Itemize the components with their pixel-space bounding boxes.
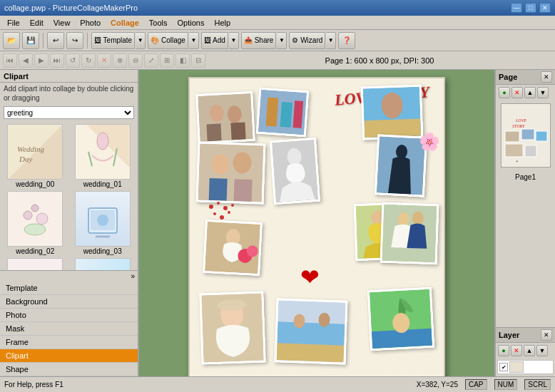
clipart-thumb-5 [75, 258, 131, 270]
collage-arrow[interactable]: ▼ [189, 32, 199, 49]
clipart-item[interactable]: wedding_02 [3, 191, 68, 255]
maximize-button[interactable]: □ [525, 3, 536, 13]
align-left-button[interactable]: ◧ [175, 53, 190, 68]
template-button[interactable]: 🖼 Template [91, 32, 135, 49]
cat-photo[interactable]: Photo [0, 309, 138, 322]
redo-button[interactable]: ↪ [66, 32, 83, 49]
share-dropdown: 📤 Share ▼ [241, 32, 287, 49]
svg-text:Day: Day [19, 155, 32, 163]
svg-rect-69 [521, 129, 534, 140]
rotate-right-button[interactable]: ↻ [81, 53, 96, 68]
photo-beach-couple[interactable] [274, 298, 347, 364]
collage-button[interactable]: 🎨 Collage [148, 32, 188, 49]
menu-collage[interactable]: Collage [106, 17, 143, 29]
save-button[interactable]: 💾 [22, 32, 39, 49]
wizard-arrow[interactable]: ▼ [326, 32, 336, 49]
expand-arrow[interactable]: » [0, 271, 138, 282]
status-bar: For Help, press F1 X=382, Y=25 CAP NUM S… [0, 376, 555, 392]
move-page-up-button[interactable]: ▲ [524, 87, 536, 98]
wizard-button[interactable]: ⚙ Wizard [289, 32, 325, 49]
photo-wedding-pose[interactable] [380, 202, 439, 265]
zoom-in-button[interactable]: ⊕ [113, 53, 127, 68]
svg-rect-68 [505, 131, 519, 142]
photo-couple-smile[interactable] [196, 141, 266, 204]
cat-clipart[interactable]: Clipart [0, 349, 138, 363]
clipart-item[interactable]: Wedding Day wedding_00 [3, 124, 68, 188]
menu-edit[interactable]: Edit [26, 17, 48, 29]
add-arrow[interactable]: ▼ [229, 32, 239, 49]
cat-background[interactable]: Background [0, 295, 138, 309]
layer-visibility-0[interactable]: ✔ [499, 363, 508, 371]
wizard-dropdown: ⚙ Wizard ▼ [289, 32, 336, 49]
share-button[interactable]: 📤 Share [241, 32, 276, 49]
rotate-left-button[interactable]: ↺ [66, 53, 80, 68]
minimize-button[interactable]: — [511, 3, 522, 13]
fit-button[interactable]: ⤢ [144, 53, 158, 68]
last-button[interactable]: ⏭ [50, 53, 64, 68]
page-panel-close[interactable]: ✕ [541, 71, 552, 83]
menu-options[interactable]: Options [173, 17, 209, 29]
clipart-item[interactable]: wedding_05 [71, 258, 136, 270]
clipart-item[interactable]: wedding_01 [71, 124, 136, 188]
photo-shopping[interactable] [256, 88, 309, 138]
layer-thumb-0 [509, 361, 524, 373]
arrange-button[interactable]: ⊟ [191, 53, 205, 68]
zoom-out-button[interactable]: ⊖ [128, 53, 143, 68]
open-button[interactable]: 📂 [3, 32, 20, 49]
categories-panel: » Template Background Photo Mask Frame C… [0, 270, 138, 376]
menu-tools[interactable]: Tools [145, 17, 172, 29]
share-arrow[interactable]: ▼ [277, 32, 287, 49]
prev-button[interactable]: ◀ [19, 53, 33, 68]
window-title: collage.pwp - PictureCollageMakerPro [4, 4, 138, 12]
center-button[interactable]: ⊞ [160, 53, 174, 68]
photo-bw-bride[interactable] [270, 138, 320, 205]
layer-remove-button[interactable]: ✕ [511, 345, 522, 356]
category-select[interactable]: greeting wedding birthday holiday [4, 106, 134, 119]
svg-rect-32 [234, 179, 253, 202]
cat-shape[interactable]: Shape [0, 363, 138, 376]
photo-couple-kiss[interactable] [195, 91, 255, 144]
delete-button[interactable]: ✕ [97, 53, 111, 68]
remove-page-button[interactable]: ✕ [511, 87, 523, 98]
close-button[interactable]: ✕ [539, 3, 551, 13]
cat-frame[interactable]: Frame [0, 336, 138, 349]
menu-view[interactable]: View [49, 17, 75, 29]
menu-help[interactable]: Help [210, 17, 235, 29]
svg-rect-70 [536, 131, 547, 141]
layer-panel-close[interactable]: ✕ [541, 329, 552, 341]
help-button[interactable]: ❓ [338, 32, 355, 49]
add-button[interactable]: 🖼 Add [201, 32, 228, 49]
status-help-text: For Help, press F1 [4, 381, 409, 388]
photo-bride-portrait[interactable] [199, 291, 265, 364]
svg-text:LOVE: LOVE [515, 118, 526, 123]
page-thumbnail[interactable]: LOVE STORY ❤ [501, 103, 551, 167]
collage-dropdown: 🎨 Collage ▼ [148, 32, 199, 49]
page-info: Page 1: 600 x 800 px, DPI: 300 [207, 56, 552, 65]
layer-down-button[interactable]: ▼ [536, 345, 548, 356]
move-page-down-button[interactable]: ▼ [537, 87, 549, 98]
menu-photo[interactable]: Photo [76, 17, 105, 29]
add-page-button[interactable]: ● [499, 87, 510, 98]
page-panel-close-area: ✕ [541, 71, 552, 83]
undo-button[interactable]: ↩ [47, 32, 64, 49]
cat-template[interactable]: Template [0, 282, 138, 295]
clipart-item[interactable]: wedding_04 [3, 258, 68, 270]
svg-rect-31 [209, 178, 228, 201]
clipart-label-3: wedding_03 [83, 247, 122, 255]
layer-up-button[interactable]: ▲ [524, 345, 535, 356]
layer-row[interactable]: ✔ [497, 360, 554, 374]
svg-point-2 [97, 133, 108, 150]
template-arrow[interactable]: ▼ [136, 32, 146, 49]
photo-beach[interactable] [361, 85, 424, 140]
cat-mask[interactable]: Mask [0, 322, 138, 336]
first-button[interactable]: ⏮ [3, 53, 17, 68]
scrl-badge: SCRL [524, 379, 551, 390]
clipart-item[interactable]: wedding_03 [71, 191, 136, 255]
next-button[interactable]: ▶ [34, 53, 49, 68]
clipart-panel-header: Clipart [0, 70, 138, 83]
clipart-category-dropdown[interactable]: greeting wedding birthday holiday [4, 106, 134, 119]
photo-tropical[interactable] [367, 287, 434, 351]
svg-text:Wedding: Wedding [17, 145, 45, 153]
layer-add-button[interactable]: ● [498, 345, 509, 356]
menu-file[interactable]: File [3, 17, 24, 29]
